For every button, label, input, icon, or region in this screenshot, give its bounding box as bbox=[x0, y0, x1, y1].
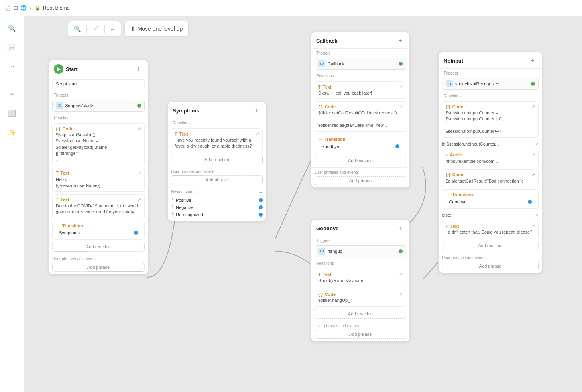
noinput-code2-expand[interactable]: ↗ bbox=[531, 172, 535, 177]
move-up-button[interactable]: ⬆ Move one level up bbox=[128, 24, 185, 33]
toolbar: 🔍 📄 ··· ⬆ Move one level up bbox=[68, 21, 189, 37]
breadcrumb-separator: / bbox=[30, 5, 31, 11]
globe-icon: 🌐 bbox=[20, 5, 27, 11]
start-name-input[interactable] bbox=[52, 79, 145, 88]
start-node: ▶ Start + Triggers @ $regex</start> Reac… bbox=[49, 60, 148, 274]
doc-toolbar-button[interactable]: 📄 bbox=[90, 24, 101, 33]
goodbye-add-button[interactable]: + bbox=[396, 224, 405, 232]
start-user-phrases-label: User phrases and events bbox=[52, 257, 145, 261]
goodbye-add-reaction-button[interactable]: Add reaction bbox=[315, 309, 406, 319]
start-text1-expand[interactable]: ↗ bbox=[138, 171, 141, 176]
goodbye-code-header: { } Code ↗ bbox=[318, 292, 403, 297]
symptoms-add-reaction-button[interactable]: Add reaction bbox=[171, 155, 263, 164]
callback-trigger-left: TV Callback bbox=[318, 60, 344, 67]
goodbye-add-phrase-button[interactable]: Add phrase bbox=[315, 330, 406, 339]
callback-node: Callback + Triggers TV Callback Reaction… bbox=[311, 32, 410, 188]
start-node-header: ▶ Start + bbox=[49, 60, 148, 77]
search-button[interactable]: 🔍 bbox=[5, 21, 19, 35]
more-button[interactable]: ··· bbox=[5, 59, 19, 73]
callback-trigger-pill[interactable]: TV Callback bbox=[315, 58, 406, 70]
noinput-triggers-label: Triggers bbox=[439, 69, 542, 76]
goodbye-trigger-dot bbox=[399, 249, 403, 253]
symptoms-text-expand[interactable]: ↗ bbox=[256, 131, 259, 136]
start-transition-dest: Symptoms bbox=[59, 230, 80, 235]
noinput-add-phrase-button[interactable]: Add phrase bbox=[442, 262, 539, 270]
start-add-phrase-button[interactable]: Add phrase bbox=[52, 263, 145, 272]
unrecognized-dot bbox=[259, 213, 263, 217]
symptoms-nested-states: Nested states → └ Positive └ Negative bbox=[168, 187, 266, 221]
start-indicator: ▶ bbox=[54, 64, 63, 74]
callback-transition-dest: Goodbye bbox=[321, 144, 339, 149]
frame-button[interactable]: ⬜ bbox=[5, 106, 19, 120]
noinput-code1-expand[interactable]: ↗ bbox=[531, 104, 535, 109]
noinput-add-reaction-button[interactable]: Add reaction bbox=[442, 241, 539, 250]
search-toolbar-button[interactable]: 🔍 bbox=[71, 24, 83, 33]
goodbye-text-body: Goodbye and stay safe! bbox=[318, 278, 403, 284]
noinput-else-expand[interactable]: ↗ bbox=[535, 213, 539, 218]
noinput-user-phrases-label: User phrases and events bbox=[442, 256, 539, 260]
nested-states-goto-button[interactable]: → bbox=[258, 189, 263, 195]
noinput-text-expand[interactable]: ↗ bbox=[531, 223, 535, 229]
magic-button[interactable]: ✨ bbox=[5, 125, 19, 140]
goodbye-reactions-label: Reactions bbox=[311, 259, 409, 266]
start-trigger-dot bbox=[137, 104, 141, 108]
goodbye-trigger-left: TV hangup bbox=[318, 248, 342, 255]
start-text2-expand[interactable]: ↗ bbox=[138, 197, 141, 202]
callback-triggers-label: Triggers bbox=[311, 49, 409, 56]
goodbye-code-type: { } Code bbox=[318, 292, 336, 297]
noinput-reactions-label: Reactions bbox=[439, 91, 542, 99]
callback-add-phrase-button[interactable]: Add phrase bbox=[315, 176, 406, 185]
start-text2-type-label: T Text bbox=[56, 197, 69, 202]
arrow-up-icon: ⬆ bbox=[130, 26, 135, 32]
document-button[interactable]: 📄 bbox=[5, 40, 19, 54]
noinput-text-type: T Text bbox=[446, 224, 459, 229]
callback-add-button[interactable]: + bbox=[396, 36, 405, 45]
start-code-body: $jsapi.startSession(); $session.userName… bbox=[56, 132, 141, 163]
callback-add-reaction-button[interactable]: Add reaction bbox=[315, 156, 406, 165]
code-icon: ⟨/⟩ bbox=[5, 4, 11, 12]
goodbye-trigger-pill[interactable]: TV hangup bbox=[315, 245, 406, 257]
noinput-audio-expand[interactable]: ↗ bbox=[531, 152, 535, 158]
noinput-code1-type: { } Code bbox=[446, 104, 463, 109]
start-add-reaction-button[interactable]: Add reaction bbox=[52, 242, 145, 252]
noinput-user-phrases: User phrases and events Add phrase bbox=[439, 253, 542, 273]
negative-dot bbox=[259, 205, 263, 209]
goodbye-code-expand[interactable]: ↗ bbox=[399, 292, 403, 297]
noinput-transition-dot bbox=[528, 200, 532, 204]
noinput-audio-type: ♪ Audio bbox=[446, 152, 462, 157]
callback-code-expand[interactable]: ↗ bbox=[399, 104, 403, 109]
symptoms-reaction-text: T Text ↗ Have you recently found yoursel… bbox=[171, 128, 263, 152]
start-reaction-text2: T Text ↗ Due to the COVID-19 pandemic, t… bbox=[52, 194, 145, 218]
noinput-if-expand[interactable]: ↗ bbox=[535, 142, 539, 147]
callback-reaction-text: T Text ↗ Okay, I'll call you back later! bbox=[315, 81, 406, 99]
symptoms-title: Symptoms bbox=[173, 108, 199, 114]
symptoms-user-phrases-label: User phrases and events bbox=[171, 169, 263, 174]
callback-text-expand[interactable]: ↗ bbox=[399, 84, 403, 89]
callback-text-type: T Text bbox=[318, 85, 332, 89]
start-text1-type-label: T Text bbox=[56, 171, 69, 175]
noinput-else-label: else: ↗ bbox=[439, 211, 542, 218]
start-code-type-label: { } Code bbox=[56, 126, 73, 131]
noinput-code2-body: $dialer.setCallResult("Bad connection"); bbox=[446, 178, 535, 184]
noinput-trigger-pill[interactable]: TV speechNotRecognized bbox=[442, 78, 539, 90]
symptoms-add-button[interactable]: + bbox=[252, 106, 261, 115]
symptoms-text-type-label: T Text bbox=[175, 132, 188, 136]
symptoms-add-phrase-button[interactable]: Add phrase bbox=[171, 175, 263, 184]
start-code-expand[interactable]: ↗ bbox=[138, 126, 141, 131]
noinput-add-button[interactable]: + bbox=[528, 56, 537, 65]
goodbye-user-phrases-label: User phrases and events bbox=[315, 324, 406, 328]
symptoms-text-body: Have you recently found yourself with a … bbox=[175, 137, 259, 150]
start-add-button[interactable]: + bbox=[134, 65, 143, 73]
noinput-text-header: T Text ↗ bbox=[446, 223, 535, 229]
goodbye-text-type: T Text bbox=[318, 272, 332, 277]
start-trigger-left: @ $regex</start> bbox=[56, 102, 94, 109]
noinput-transition-type: → Transition bbox=[446, 192, 473, 197]
add-node-button[interactable]: + bbox=[5, 87, 19, 101]
goodbye-title: Goodbye bbox=[316, 225, 338, 231]
more-toolbar-button[interactable]: ··· bbox=[108, 24, 118, 33]
callback-text-body: Okay, I'll call you back later! bbox=[318, 90, 403, 96]
noinput-reaction-text: T Text ↗ I didn't catch that. Could you … bbox=[442, 221, 539, 238]
toolbar-divider-1 bbox=[86, 25, 87, 33]
goodbye-text-expand[interactable]: ↗ bbox=[399, 272, 403, 277]
start-trigger-pill[interactable]: @ $regex</start> bbox=[52, 100, 145, 112]
